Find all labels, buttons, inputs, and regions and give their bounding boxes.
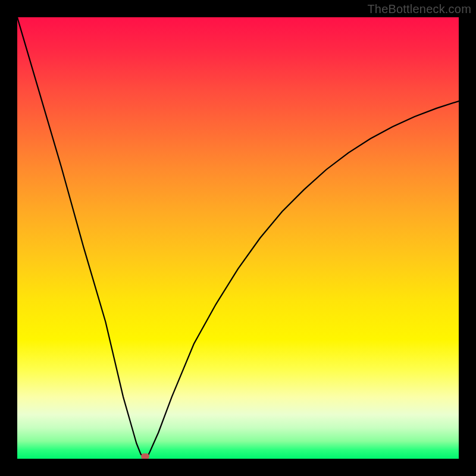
chart-frame: TheBottleneck.com bbox=[0, 0, 476, 476]
bottleneck-curve bbox=[17, 17, 459, 458]
optimal-point-marker bbox=[141, 453, 149, 459]
plot-area bbox=[17, 17, 459, 459]
curve-layer bbox=[17, 17, 459, 459]
watermark-text: TheBottleneck.com bbox=[367, 2, 471, 16]
